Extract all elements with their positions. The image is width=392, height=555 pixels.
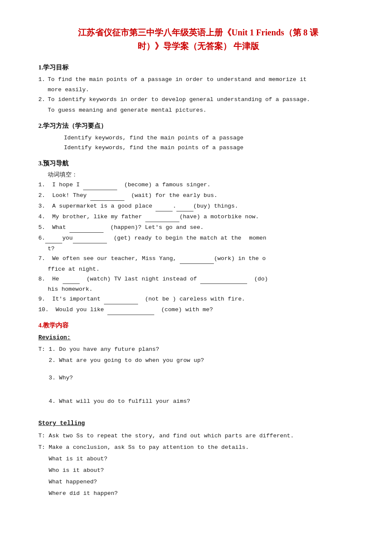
section-1: 1.学习目标 1. To find the main points of a p… bbox=[38, 62, 358, 116]
exercise-1: 1. I hope I (become) a famous singer. bbox=[38, 180, 358, 190]
section-3-intro: 动词填空： bbox=[38, 171, 358, 180]
exercise-5: 5. What (happen)? Let's go and see. bbox=[38, 223, 358, 233]
section-1-item-2: 2. To identify keywords in order to deve… bbox=[38, 95, 358, 105]
exercise-7: 7. We often see our teacher, Miss Yang, … bbox=[38, 254, 358, 264]
exercise-8: 8. He (watch) TV last night instead of (… bbox=[38, 275, 358, 284]
page-title: 江苏省仪征市第三中学八年级英语上册《Unit 1 Friends（第 8 课 时… bbox=[38, 26, 358, 53]
story-section: Story telling T: Ask two Ss to repeat th… bbox=[38, 419, 358, 498]
section-3: 3.预习导航 动词填空： 1. I hope I (become) a famo… bbox=[38, 158, 358, 315]
revision-item-4: 4. What will you do to fulfill your aims… bbox=[38, 397, 358, 407]
exercise-10: 10. Would you like (come) with me? bbox=[38, 305, 358, 315]
exercise-3: 3. A supermarket is a good place .(buy) … bbox=[38, 202, 358, 211]
section-2-heading: 2.学习方法（学习要点） bbox=[38, 121, 358, 132]
section-2-item-1: Identify keywords, find the main points … bbox=[38, 133, 358, 143]
story-item-2: T: Make a conclusion, ask Ss to pay atte… bbox=[38, 443, 358, 453]
title-line2: 时）》导学案（无答案） 牛津版 bbox=[38, 39, 358, 53]
revision-block: T: 1. Do you have any future plans? 2. W… bbox=[38, 345, 358, 407]
exercise-6: 6.you (get) ready to begin the match at … bbox=[38, 234, 358, 243]
exercise-2: 2. Look! They (wait) for the early bus. bbox=[38, 191, 358, 201]
story-item-1: T: Ask two Ss to repeat the story, and f… bbox=[38, 431, 358, 441]
story-item-4: Who is it about? bbox=[38, 466, 358, 476]
section-1-item-1: 1. To find the main points of a passage … bbox=[38, 75, 358, 85]
section-4-heading: 4.教学内容 bbox=[38, 320, 358, 331]
exercise-9: 9. It's important (not be ) careless wit… bbox=[38, 295, 358, 304]
section-4: 4.教学内容 Revision: T: 1. Do you have any f… bbox=[38, 320, 358, 498]
section-2-item-2: Identify keywords, find the main points … bbox=[38, 143, 358, 153]
exercise-4: 4. My brother, like my father (have) a m… bbox=[38, 212, 358, 222]
section-3-heading: 3.预习导航 bbox=[38, 158, 358, 169]
story-item-3: What is it about? bbox=[38, 454, 358, 464]
section-1-heading: 1.学习目标 bbox=[38, 62, 358, 73]
revision-item-3: 3. Why? bbox=[38, 373, 358, 383]
section-2: 2.学习方法（学习要点） Identify keywords, find the… bbox=[38, 121, 358, 153]
story-heading: Story telling bbox=[38, 419, 358, 429]
revision-heading: Revision: bbox=[38, 333, 358, 343]
revision-item-1: T: 1. Do you have any future plans? bbox=[38, 345, 358, 355]
revision-item-2: 2. What are you going to do when you gro… bbox=[38, 356, 358, 366]
story-item-5: What happened? bbox=[38, 477, 358, 487]
story-item-6: Where did it happen? bbox=[38, 489, 358, 499]
title-line1: 江苏省仪征市第三中学八年级英语上册《Unit 1 Friends（第 8 课 bbox=[38, 26, 358, 39]
